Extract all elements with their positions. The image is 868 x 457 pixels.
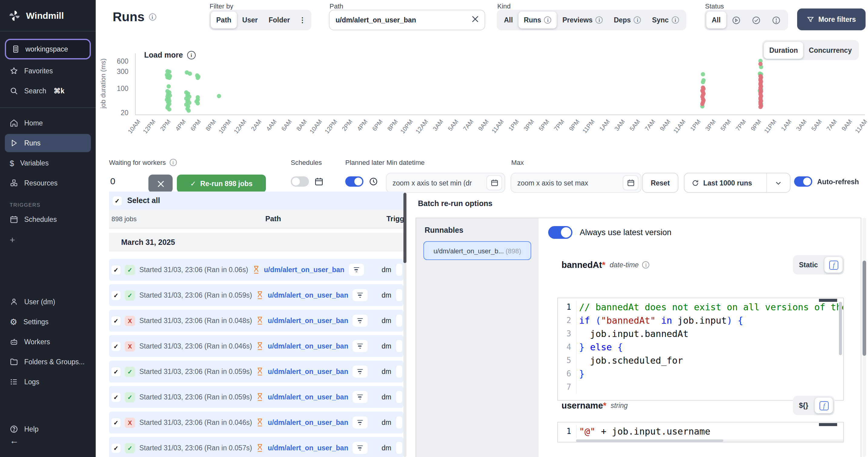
select-all-checkbox[interactable]: ✓	[113, 196, 122, 205]
scatter-point-success[interactable]	[188, 72, 192, 76]
sidebar-item-workers[interactable]: Workers	[5, 333, 91, 351]
filter-by-option-path[interactable]: Path	[211, 11, 237, 28]
row-filter-button[interactable]	[352, 391, 368, 403]
status-option-play-circle[interactable]	[726, 11, 746, 28]
scatter-point-success[interactable]	[195, 76, 199, 80]
editor-hscroll-indicator[interactable]	[819, 423, 837, 426]
scatter-point-success[interactable]	[701, 72, 705, 76]
status-option-alert-circle[interactable]	[766, 11, 786, 28]
sidebar-item-search[interactable]: Search⌘k	[5, 82, 91, 100]
job-path-link[interactable]: u/dm/alert_on_user_ban	[264, 266, 344, 273]
row-action-stub[interactable]	[396, 417, 402, 429]
row-checkbox[interactable]: ✓	[112, 316, 121, 325]
mode-option-[interactable]: ${}	[795, 402, 813, 409]
scatter-point-success[interactable]	[187, 109, 191, 113]
min-calendar-button[interactable]	[486, 175, 502, 190]
sidebar-item-resources[interactable]: Resources	[5, 174, 91, 192]
editor-hscroll-indicator[interactable]	[819, 299, 837, 302]
reset-button[interactable]: Reset	[642, 173, 678, 193]
sidebar-item-runs[interactable]: Runs	[5, 134, 91, 152]
auto-refresh-toggle[interactable]	[794, 176, 812, 187]
filter-by-more-icon[interactable]: ⋮	[295, 11, 310, 28]
sidebar-item-logs[interactable]: Logs	[5, 373, 91, 391]
row-checkbox[interactable]: ✓	[112, 444, 121, 453]
job-row[interactable]: ✓✓Started 31/03, 23:06 (Ran in 0.059s)u/…	[109, 284, 403, 306]
job-row[interactable]: ✓✓Started 31/03, 23:06 (Ran in 0.057s)u/…	[109, 437, 403, 457]
job-row[interactable]: ✓✓Started 31/03, 23:06 (Ran in 0.059s)u/…	[109, 361, 403, 382]
cancel-selection-button[interactable]	[148, 175, 173, 193]
row-filter-button[interactable]	[352, 340, 368, 352]
row-checkbox[interactable]: ✓	[112, 393, 121, 402]
row-action-stub[interactable]	[396, 391, 402, 403]
scatter-point-success[interactable]	[217, 94, 221, 98]
kind-option-deps[interactable]: Depsi	[609, 11, 647, 28]
job-row[interactable]: ✓✓Started 31/03, 23:06 (Ran in 0.06s)u/d…	[109, 259, 403, 281]
row-filter-button[interactable]	[352, 289, 368, 301]
sidebar-item-variables[interactable]: $Variables	[5, 154, 91, 172]
editor-hscrollbar[interactable]	[576, 439, 843, 442]
job-row[interactable]: ✓XStarted 31/03, 23:06 (Ran in 0.046s)u/…	[109, 411, 403, 433]
scatter-point-success[interactable]	[701, 80, 705, 84]
sidebar-item-schedules[interactable]: Schedules	[5, 210, 91, 229]
kind-option-all[interactable]: All	[498, 11, 518, 28]
scatter-point-success[interactable]	[167, 107, 172, 112]
clear-path-icon[interactable]	[472, 16, 478, 24]
scatter-point-success[interactable]	[196, 101, 200, 106]
job-row[interactable]: ✓XStarted 31/03, 23:06 (Ran in 0.048s)u/…	[109, 310, 403, 332]
row-action-stub[interactable]	[396, 315, 402, 327]
job-row[interactable]: ✓✓Started 31/03, 23:06 (Ran in 0.059s)u/…	[109, 386, 403, 408]
collapse-sidebar-button[interactable]: ←	[10, 435, 19, 446]
filter-by-option-folder[interactable]: Folder	[263, 11, 295, 28]
kind-option-sync[interactable]: Synci	[647, 11, 684, 28]
status-option-all[interactable]: All	[706, 11, 726, 28]
rerun-jobs-button[interactable]: ✓ Re-run 898 jobs	[177, 175, 266, 193]
editor-vscrollbar[interactable]	[839, 302, 842, 355]
min-datetime-input[interactable]: zoom x axis to set min (dr	[386, 173, 505, 193]
max-calendar-button[interactable]	[623, 175, 639, 190]
row-filter-button[interactable]	[352, 366, 368, 378]
always-latest-toggle[interactable]	[548, 226, 572, 239]
max-datetime-input[interactable]: zoom x axis to set max	[510, 173, 642, 193]
sidebar-item-add[interactable]: +	[5, 230, 91, 249]
kind-option-runs[interactable]: Runsi	[518, 11, 557, 28]
row-checkbox[interactable]: ✓	[112, 342, 121, 351]
job-path-link[interactable]: u/dm/alert_on_user_ban	[268, 291, 348, 299]
jobs-scrollbar-thumb[interactable]	[403, 193, 406, 263]
sidebar-item-favorites[interactable]: Favorites	[5, 62, 91, 80]
job-path-link[interactable]: u/dm/alert_on_user_ban	[268, 444, 348, 452]
mode-option-Static[interactable]: Static	[795, 261, 822, 268]
job-path-link[interactable]: u/dm/alert_on_user_ban	[268, 368, 348, 375]
job-path-link[interactable]: u/dm/alert_on_user_ban	[268, 342, 348, 350]
code-editor-username[interactable]: 1"@" + job.input.username	[557, 422, 844, 442]
row-filter-button[interactable]	[352, 442, 368, 454]
runnable-item[interactable]: u/dm/alert_on_user_b... (898)	[424, 241, 531, 260]
batch-scrollbar-thumb[interactable]	[863, 261, 866, 356]
filter-by-option-user[interactable]: User	[237, 11, 263, 28]
mode-option-function[interactable]: f	[815, 398, 833, 413]
scatter-point-failure[interactable]	[758, 105, 763, 109]
row-checkbox[interactable]: ✓	[112, 367, 121, 376]
more-filters-button[interactable]: More filters	[797, 8, 866, 30]
job-path-link[interactable]: u/dm/alert_on_user_ban	[268, 419, 348, 426]
job-row[interactable]: ✓XStarted 31/03, 23:06 (Ran in 0.046s)u/…	[109, 335, 403, 357]
sidebar-item-home[interactable]: Home	[5, 114, 91, 132]
row-filter-button[interactable]	[349, 264, 364, 276]
row-action-stub[interactable]	[396, 340, 402, 352]
sidebar-item-folders-groups-[interactable]: Folders & Groups...	[5, 353, 91, 371]
select-all-row[interactable]: ✓ Select all	[109, 192, 403, 210]
kind-option-previews[interactable]: Previewsi	[557, 11, 609, 28]
mode-option-function[interactable]: f	[825, 257, 843, 273]
path-input[interactable]: u/dm/alert_on_user_ban	[329, 10, 485, 30]
scatter-point-success[interactable]	[167, 76, 172, 80]
tab-duration[interactable]: Duration	[764, 41, 804, 58]
row-filter-button[interactable]	[352, 417, 368, 429]
scatter-point-success[interactable]	[166, 84, 171, 88]
sidebar-item-user-dm-[interactable]: User (dm)	[5, 293, 91, 311]
row-checkbox[interactable]: ✓	[112, 291, 121, 300]
workspace-selector[interactable]: workingspace	[5, 39, 91, 59]
schedules-toggle[interactable]	[291, 176, 309, 187]
row-action-stub[interactable]	[396, 366, 402, 378]
load-more-button[interactable]: Load more i	[144, 51, 196, 59]
tab-concurrency[interactable]: Concurrency	[804, 41, 858, 58]
sidebar-item-settings[interactable]: ⚙Settings	[5, 313, 91, 331]
